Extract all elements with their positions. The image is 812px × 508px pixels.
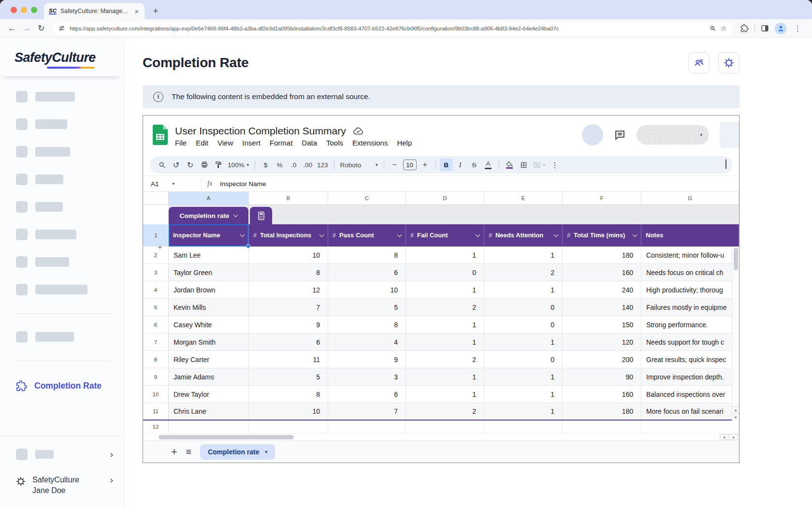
row-header[interactable]: 11 bbox=[143, 403, 169, 420]
cell[interactable]: More focus on fail scenari bbox=[641, 403, 739, 420]
select-all-corner[interactable] bbox=[143, 192, 169, 204]
cell[interactable]: 7 bbox=[249, 299, 328, 316]
number-format-button[interactable]: 123 bbox=[315, 159, 330, 171]
bold-button[interactable]: B bbox=[440, 159, 453, 171]
cell[interactable]: 120 bbox=[563, 334, 641, 350]
scroll-right-button[interactable]: ▸ bbox=[729, 434, 738, 440]
cell[interactable] bbox=[641, 421, 739, 433]
settings-button[interactable] bbox=[718, 52, 740, 73]
cell[interactable]: 1 bbox=[406, 316, 484, 333]
paint-format-button[interactable] bbox=[212, 159, 225, 171]
cell[interactable] bbox=[328, 421, 406, 433]
window-fullscreen-button[interactable] bbox=[31, 7, 37, 13]
row-header[interactable]: 8 bbox=[143, 351, 169, 368]
cell[interactable]: 9 bbox=[249, 316, 328, 333]
scroll-left-button[interactable]: ◂ bbox=[720, 434, 728, 440]
column-header-G[interactable]: G bbox=[641, 192, 739, 204]
increase-font-size-button[interactable]: + bbox=[419, 159, 432, 171]
menu-edit[interactable]: Edit bbox=[196, 139, 208, 147]
merge-cells-button[interactable]: ▾ bbox=[531, 159, 548, 171]
cell[interactable]: Riley Carter bbox=[169, 351, 249, 368]
cell[interactable]: Chris Lane bbox=[169, 403, 249, 420]
horizontal-scrollbar[interactable]: ◂ ▸ bbox=[143, 433, 739, 440]
cell[interactable]: 8 bbox=[328, 247, 406, 263]
cell[interactable]: 7 bbox=[328, 403, 406, 420]
cell[interactable]: 1 bbox=[406, 368, 484, 385]
cell[interactable]: 8 bbox=[328, 316, 406, 333]
cell[interactable]: 3 bbox=[328, 368, 406, 385]
cell[interactable]: Great results; quick inspec bbox=[641, 351, 739, 368]
cell[interactable]: 0 bbox=[484, 351, 563, 368]
window-minimize-button[interactable] bbox=[21, 7, 27, 13]
cell[interactable]: 0 bbox=[406, 264, 484, 281]
fill-color-button[interactable] bbox=[503, 159, 516, 171]
extensions-icon[interactable] bbox=[740, 24, 749, 32]
cell[interactable]: 150 bbox=[563, 316, 641, 333]
cell[interactable]: Casey White bbox=[169, 316, 249, 333]
column-label-cell[interactable]: Inspector Name bbox=[169, 224, 249, 247]
cell[interactable]: 180 bbox=[563, 247, 641, 263]
column-label-cell[interactable]: #Needs Attention bbox=[484, 224, 563, 247]
horizontal-scrollbar-thumb[interactable] bbox=[159, 435, 294, 439]
formula-input[interactable]: Inspector Name bbox=[220, 180, 266, 188]
cell[interactable]: 1 bbox=[406, 334, 484, 350]
italic-button[interactable]: I bbox=[454, 159, 467, 171]
row-header[interactable]: 5 bbox=[143, 299, 169, 316]
name-box[interactable]: A1▾ bbox=[151, 180, 195, 188]
menu-file[interactable]: File bbox=[175, 139, 187, 147]
sheet-tab-completion-rate[interactable]: Completion rate▾ bbox=[200, 444, 275, 460]
menu-insert[interactable]: Insert bbox=[242, 139, 261, 147]
new-tab-button[interactable]: + bbox=[148, 4, 163, 18]
row-header[interactable]: 9 bbox=[143, 368, 169, 385]
cell[interactable]: 6 bbox=[249, 334, 328, 350]
bookmark-star-icon[interactable]: ☆ bbox=[721, 24, 727, 33]
comments-icon[interactable] bbox=[614, 129, 626, 141]
cell[interactable]: High productivity; thoroug bbox=[641, 281, 739, 298]
print-button[interactable] bbox=[198, 159, 211, 171]
cell[interactable]: Strong performance. bbox=[641, 316, 739, 333]
cell[interactable]: 9 bbox=[328, 351, 406, 368]
collapse-toolbar-button[interactable] bbox=[725, 160, 726, 169]
column-label-cell[interactable]: #Fail Count bbox=[406, 224, 484, 247]
cell[interactable]: 10 bbox=[249, 403, 328, 420]
toolbar-search-icon[interactable] bbox=[156, 159, 169, 171]
menu-help[interactable]: Help bbox=[397, 139, 412, 147]
cell[interactable]: 5 bbox=[249, 368, 328, 385]
cell[interactable]: Balanced inspections over bbox=[641, 386, 739, 403]
column-header-D[interactable]: D bbox=[406, 192, 484, 204]
cell[interactable]: Jordan Brown bbox=[169, 281, 249, 298]
cell[interactable]: 240 bbox=[563, 281, 641, 298]
cell[interactable] bbox=[484, 421, 563, 433]
browser-tab[interactable]: SC SafetyCulture: Manage Teams and... × bbox=[44, 3, 145, 19]
cell[interactable]: 200 bbox=[563, 351, 641, 368]
menu-format[interactable]: Format bbox=[270, 139, 293, 147]
cell[interactable]: 2 bbox=[484, 264, 563, 281]
cell[interactable]: 6 bbox=[328, 386, 406, 403]
cell[interactable]: Improve inspection depth. bbox=[641, 368, 739, 385]
cell[interactable]: 5 bbox=[328, 299, 406, 316]
undo-button[interactable]: ↺ bbox=[170, 159, 183, 171]
table-tools-chip[interactable] bbox=[250, 207, 272, 224]
site-settings-icon[interactable] bbox=[58, 25, 65, 32]
cell[interactable]: Consistent; minor follow-u bbox=[641, 247, 739, 263]
cell[interactable]: 0 bbox=[484, 316, 563, 333]
column-label-cell[interactable]: #Total Time (mins) bbox=[563, 224, 641, 247]
cell[interactable]: Failures mostly in equipme bbox=[641, 299, 739, 316]
cell[interactable]: Kevin Mills bbox=[169, 299, 249, 316]
zoom-select[interactable]: 100%▾ bbox=[226, 159, 251, 171]
column-label-cell[interactable]: Notes bbox=[641, 224, 739, 247]
decrease-decimals-button[interactable]: .0 bbox=[287, 159, 300, 171]
manage-users-button[interactable] bbox=[688, 52, 710, 73]
cell[interactable]: 4 bbox=[328, 334, 406, 350]
cell[interactable]: 2 bbox=[406, 299, 484, 316]
cell[interactable] bbox=[563, 421, 641, 433]
cell[interactable] bbox=[249, 421, 328, 433]
profile-avatar[interactable] bbox=[775, 23, 786, 34]
fill-handle[interactable] bbox=[246, 244, 250, 248]
window-close-button[interactable] bbox=[11, 7, 17, 13]
cell[interactable]: Needs focus on critical ch bbox=[641, 264, 739, 281]
cell[interactable]: 2 bbox=[406, 351, 484, 368]
cell[interactable]: 1 bbox=[484, 403, 563, 420]
more-toolbar-button[interactable]: ⋮ bbox=[548, 159, 561, 171]
strikethrough-button[interactable]: S bbox=[468, 159, 481, 171]
